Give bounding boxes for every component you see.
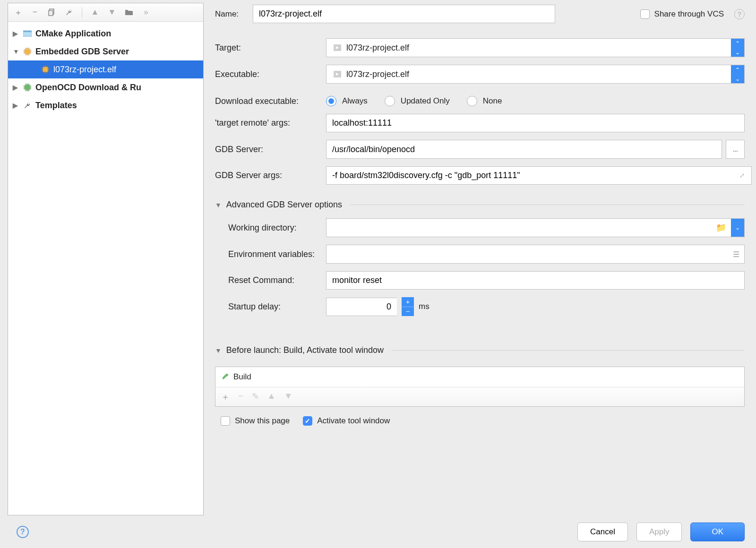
reset-cmd-input[interactable] (326, 271, 745, 290)
tree-item-label: Templates (35, 101, 77, 111)
edit-icon[interactable]: ✎ (252, 391, 259, 402)
cmake-icon (22, 30, 33, 37)
activate-window-checkbox[interactable] (303, 416, 312, 426)
share-vcs-checkbox[interactable] (640, 9, 650, 19)
executable-type-icon (331, 71, 344, 77)
tree-item-embedded-gdb[interactable]: ▼ Embedded GDB Server (8, 43, 203, 60)
remove-icon[interactable]: − (30, 7, 40, 17)
working-dir-label: Working directory: (215, 223, 326, 233)
advanced-section-title: Advanced GDB Server options (226, 200, 342, 210)
radio-label: Always (342, 96, 368, 106)
chevron-down-icon[interactable]: ▼ (215, 347, 222, 354)
activate-window-label: Activate tool window (317, 416, 390, 426)
add-icon[interactable]: ＋ (13, 7, 23, 17)
name-input[interactable] (253, 5, 555, 23)
tree-item-label: Embedded GDB Server (35, 47, 129, 57)
radio-icon (385, 96, 395, 106)
ok-button[interactable]: OK (690, 522, 745, 541)
before-launch-toolbar: ＋ − ✎ ▲ ▼ (215, 387, 744, 406)
download-label: Download executable: (215, 96, 326, 106)
svg-rect-7 (25, 85, 30, 90)
executable-combo[interactable]: l073rz-project.elf ⌃⌄ (326, 65, 745, 84)
executable-value: l073rz-project.elf (344, 69, 731, 79)
copy-icon[interactable] (47, 7, 57, 17)
svg-rect-6 (43, 67, 48, 72)
before-launch-item-label: Build (233, 372, 251, 382)
executable-label: Executable: (215, 69, 326, 79)
radio-label: Updated Only (401, 96, 450, 106)
remove-icon[interactable]: − (238, 391, 243, 402)
tree-item-label: OpenOCD Download & Ru (35, 83, 141, 93)
gdb-server-label: GDB Server: (215, 145, 326, 154)
target-label: Target: (215, 43, 326, 53)
tree-item-label: l073rz-project.elf (53, 65, 116, 75)
tree-item-openocd[interactable]: ▶ OpenOCD Download & Ru (8, 78, 203, 96)
gdb-server-input[interactable] (326, 140, 722, 159)
move-down-icon[interactable]: ▼ (284, 391, 292, 402)
tree-item-templates[interactable]: ▶ Templates (8, 96, 203, 114)
show-page-checkbox[interactable] (221, 416, 230, 426)
download-radio-none[interactable]: None (467, 96, 502, 106)
combo-stepper-icon: ⌃⌄ (731, 65, 744, 83)
chevron-down-icon[interactable]: ▼ (215, 201, 222, 209)
combo-stepper-icon: ⌃⌄ (731, 39, 744, 57)
working-dir-input[interactable] (326, 219, 711, 237)
env-vars-label: Environment variables: (215, 249, 326, 259)
delay-unit-label: ms (419, 302, 430, 311)
move-up-icon[interactable]: ▲ (90, 7, 100, 17)
tree-item-cmake[interactable]: ▶ CMake Application (8, 25, 203, 43)
move-down-icon[interactable]: ▼ (107, 7, 117, 17)
help-button[interactable]: ? (17, 526, 29, 538)
download-radio-always[interactable]: Always (326, 96, 368, 106)
tree-toolbar: ＋ − ▲ ▼ + » (8, 3, 203, 22)
tree-item-l073rz[interactable]: l073rz-project.elf (8, 60, 203, 78)
startup-delay-label: Startup delay: (215, 302, 326, 312)
config-tree-panel: ＋ − ▲ ▼ + » ▶ CMake Application (8, 3, 204, 515)
chevron-down-icon: ▼ (13, 48, 19, 55)
stepper-icon[interactable]: +− (402, 297, 414, 316)
apply-button[interactable]: Apply (636, 522, 682, 541)
working-dir-combo[interactable]: 📁 ⌄ (326, 218, 745, 237)
radio-label: None (483, 96, 502, 106)
folder-icon[interactable]: + (124, 7, 134, 17)
help-icon[interactable]: ? (734, 9, 745, 19)
wrench-icon[interactable] (64, 7, 74, 17)
startup-delay-input[interactable] (326, 298, 397, 316)
gdb-args-label: GDB Server args: (215, 171, 326, 180)
before-launch-title: Before launch: Build, Activate tool wind… (226, 345, 384, 355)
collapse-icon[interactable]: » (141, 7, 151, 17)
radio-icon (326, 96, 336, 106)
toolbar-separator (82, 7, 82, 17)
before-launch-item[interactable]: Build (215, 367, 744, 387)
show-page-label: Show this page (235, 416, 290, 426)
target-value: l073rz-project.elf (344, 43, 731, 53)
folder-icon[interactable]: 📁 (711, 223, 731, 233)
config-tree: ▶ CMake Application ▼ Embedded GDB Serve… (8, 22, 203, 515)
before-launch-list: Build ＋ − ✎ ▲ ▼ (215, 367, 745, 407)
add-icon[interactable]: ＋ (221, 391, 230, 402)
download-radio-updated[interactable]: Updated Only (385, 96, 450, 106)
config-form: Name: Share through VCS ? Target: l073rz… (204, 0, 756, 548)
name-label: Name: (215, 9, 253, 19)
browse-button[interactable]: ... (726, 140, 745, 159)
svg-rect-5 (25, 49, 30, 54)
dropdown-icon[interactable]: ⌄ (731, 219, 744, 237)
target-combo[interactable]: l073rz-project.elf ⌃⌄ (326, 38, 745, 57)
svg-rect-4 (23, 31, 32, 32)
env-vars-field[interactable]: ☰ (326, 245, 745, 264)
radio-icon (467, 96, 477, 106)
list-icon[interactable]: ☰ (728, 250, 744, 259)
divider (351, 205, 745, 205)
hammer-icon (221, 373, 230, 381)
gdb-args-input[interactable] (326, 166, 752, 185)
share-vcs-label: Share through VCS (654, 9, 724, 19)
chip-icon (22, 48, 33, 55)
svg-text:+: + (131, 9, 133, 13)
chevron-right-icon: ▶ (13, 30, 19, 37)
chip-icon (40, 66, 51, 73)
reset-cmd-label: Reset Command: (215, 275, 326, 285)
move-up-icon[interactable]: ▲ (267, 391, 276, 402)
env-vars-input[interactable] (326, 246, 728, 263)
remote-args-input[interactable] (326, 114, 745, 132)
cancel-button[interactable]: Cancel (577, 522, 628, 541)
